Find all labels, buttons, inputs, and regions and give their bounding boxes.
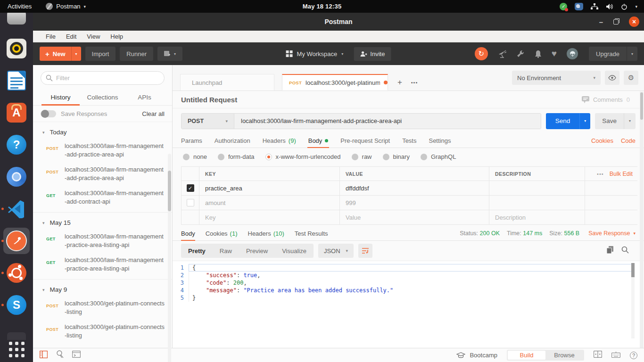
body-mode-raw[interactable]: raw	[352, 153, 372, 160]
cookies-link[interactable]: Cookies	[591, 137, 613, 144]
sidebar-scrollbar[interactable]	[168, 154, 171, 362]
row-checkbox[interactable]: ✓	[187, 184, 194, 192]
request-tab-pre-request-script[interactable]: Pre-request Script	[340, 133, 390, 148]
new-dropdown-caret[interactable]: ▾	[71, 47, 81, 61]
size-value[interactable]: 556 B	[564, 230, 580, 237]
url-input[interactable]	[234, 114, 541, 129]
new-button[interactable]: +New ▾	[40, 47, 81, 61]
panel-scrollbar[interactable]	[640, 91, 644, 348]
console-button[interactable]	[72, 351, 81, 360]
radio-icon[interactable]	[183, 154, 190, 160]
interceptor-satellite-button[interactable]	[498, 50, 507, 58]
tab-launchpad[interactable]: Launchpad	[180, 74, 274, 90]
environment-quicklook-button[interactable]	[605, 71, 619, 85]
menu-edit[interactable]: Edit	[62, 32, 81, 41]
time-value[interactable]: 147 ms	[523, 230, 542, 237]
sidebar-tab-apis[interactable]: APIs	[124, 90, 165, 105]
history-item[interactable]: GETlocalhost:3000/law-firm-management-pr…	[33, 253, 172, 276]
status-value[interactable]: 200 OK	[480, 230, 500, 237]
send-button[interactable]: Send	[546, 113, 580, 129]
sidebar-tab-history[interactable]: History	[40, 90, 82, 105]
menu-help[interactable]: Help	[106, 32, 127, 41]
dock-item-ubuntu-software[interactable]: A	[5, 101, 28, 124]
clock[interactable]: May 18 12:35	[303, 3, 342, 10]
radio-icon[interactable]	[383, 154, 389, 160]
value-cell[interactable]: Value	[339, 210, 489, 224]
window-titlebar[interactable]: Postman – ×	[33, 13, 644, 31]
comments-button[interactable]: Comments 0	[582, 96, 630, 103]
view-tab-visualize[interactable]: Visualize	[275, 244, 314, 258]
minimize-button[interactable]: –	[599, 18, 603, 26]
system-menu-caret-icon[interactable]: ▾	[635, 4, 637, 9]
history-item[interactable]: GETlocalhost:3000/law-firm-management-pr…	[33, 229, 172, 253]
request-tab-params[interactable]: Params	[181, 133, 202, 148]
response-body-editor[interactable]: 1{2 "success": true,3 "code": 200,4 "mes…	[173, 261, 644, 348]
response-tab-body[interactable]: Body	[181, 226, 195, 240]
request-tab-headers[interactable]: Headers(9)	[263, 133, 296, 148]
browse-tab[interactable]: Browse	[545, 351, 583, 360]
radio-icon[interactable]	[218, 154, 224, 160]
radio-icon[interactable]	[352, 154, 358, 160]
menu-view[interactable]: View	[83, 32, 104, 41]
request-title[interactable]: Untitled Request	[181, 96, 237, 104]
code-link[interactable]: Code	[621, 137, 636, 144]
format-select[interactable]: JSON ▾	[318, 244, 354, 258]
description-cell[interactable]	[489, 196, 585, 210]
history-item[interactable]: POSTlocalhost:3000/law-firm-management-a…	[33, 162, 172, 186]
history-group-header[interactable]: ▾May 15	[33, 215, 172, 229]
request-tab-settings[interactable]: Settings	[429, 133, 451, 148]
view-tab-raw[interactable]: Raw	[213, 244, 239, 258]
favorites-heart-button[interactable]: ♥	[552, 49, 557, 59]
send-options-caret[interactable]: ▾	[579, 113, 590, 129]
new-tab-button[interactable]: +	[393, 74, 406, 90]
settings-wrench-button[interactable]	[517, 50, 525, 58]
response-tab-cookies[interactable]: Cookies(1)	[206, 226, 238, 240]
description-cell[interactable]: Description	[489, 210, 585, 224]
bootcamp-button[interactable]: Bootcamp	[456, 352, 497, 359]
dock-item-chromium[interactable]	[5, 165, 28, 188]
scrollbar-thumb[interactable]	[640, 92, 643, 120]
request-tab-body[interactable]: Body	[308, 133, 329, 148]
sidebar-tab-collections[interactable]: Collections	[82, 90, 124, 105]
key-cell[interactable]: amount	[199, 196, 339, 210]
body-mode-form-data[interactable]: form-data	[218, 153, 255, 160]
dock-item-postman[interactable]	[5, 230, 28, 252]
upgrade-caret[interactable]: ▾	[627, 47, 637, 61]
filter-input[interactable]	[41, 71, 165, 85]
two-pane-view-button[interactable]	[594, 351, 602, 360]
bulk-edit-link[interactable]: Bulk Edit	[610, 171, 633, 177]
history-group-header[interactable]: ▾May 9	[33, 282, 172, 296]
app-menu-button[interactable]: Postman ▾	[46, 3, 86, 10]
tray-success-icon[interactable]: ✓	[560, 3, 567, 10]
wrap-text-button[interactable]	[358, 244, 372, 258]
body-mode-graphql[interactable]: GraphQL	[421, 153, 456, 160]
search-response-button[interactable]	[621, 246, 629, 255]
tab-active-request[interactable]: POST localhost:3000/get-platinum-c...	[282, 74, 388, 90]
environment-select[interactable]: No Environment ▾	[512, 71, 601, 85]
body-mode-x-www-form-urlencoded[interactable]: x-www-form-urlencoded	[265, 153, 341, 160]
activities-button[interactable]: Activities	[6, 2, 33, 11]
import-button[interactable]: Import	[85, 47, 116, 61]
value-cell[interactable]: dffddfdsf	[339, 181, 489, 195]
history-item[interactable]: POSTlocalhost:3000/get-platinum-connects…	[33, 296, 172, 320]
value-cell[interactable]: 999	[339, 196, 489, 210]
history-group-header[interactable]: ▾Today	[33, 125, 172, 139]
shortcuts-keyboard-button[interactable]	[611, 351, 620, 360]
clear-all-button[interactable]: Clear all	[142, 110, 165, 117]
save-button[interactable]: Save	[595, 113, 624, 129]
radio-icon[interactable]	[421, 154, 427, 160]
interceptor-button[interactable]	[567, 48, 578, 59]
invite-button[interactable]: Invite	[354, 47, 391, 61]
description-cell[interactable]	[489, 181, 585, 195]
row-checkbox[interactable]	[187, 199, 194, 206]
history-item[interactable]: POSTlocalhost:3000/law-firm-management-a…	[33, 139, 172, 162]
dock-item-libreoffice-writer[interactable]	[5, 69, 28, 92]
tab-options-button[interactable]: •••	[407, 74, 421, 90]
radio-icon[interactable]	[265, 154, 272, 160]
scrollbar-thumb[interactable]	[168, 171, 171, 211]
table-more-button[interactable]: •••	[597, 171, 604, 177]
save-options-caret[interactable]: ▾	[624, 113, 636, 129]
history-item[interactable]: POSTlocalhost:3000/get-platinum-connects…	[33, 320, 172, 343]
method-select[interactable]: POST ▾	[182, 114, 234, 129]
workspace-switcher[interactable]: My Workspace ▾	[286, 50, 344, 58]
